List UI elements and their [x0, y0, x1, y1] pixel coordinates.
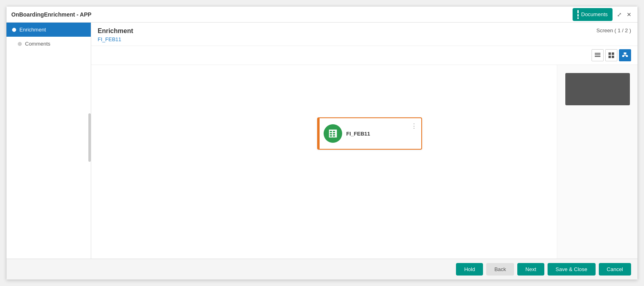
sidebar-dot-comments: [18, 42, 22, 46]
grid-view-icon: [608, 52, 614, 58]
expand-button[interactable]: ⤢: [616, 11, 623, 18]
svg-rect-7: [624, 52, 626, 54]
preview-thumbnail: [565, 73, 630, 105]
hierarchy-view-icon: [622, 52, 628, 58]
svg-rect-11: [626, 55, 628, 57]
close-button[interactable]: ✕: [625, 11, 633, 18]
svg-rect-6: [612, 56, 614, 58]
svg-rect-5: [608, 56, 611, 58]
list-view-button[interactable]: [592, 49, 604, 61]
sidebar-item-comments[interactable]: Comments: [6, 37, 91, 51]
title-bar-right: Documents ⤢ ✕: [573, 8, 633, 21]
hierarchy-view-button[interactable]: [619, 49, 631, 61]
documents-button[interactable]: Documents: [573, 8, 613, 21]
app-window: OnBoardingEnrichment - APP Documents ⤢ ✕…: [6, 6, 638, 280]
entity-card[interactable]: FI_FEB11 ⋮: [317, 117, 422, 150]
svg-rect-4: [612, 52, 614, 55]
right-panel-preview: [557, 65, 638, 259]
main-content: Enrichment Comments Enrichment FI_FEB11 …: [6, 23, 638, 259]
sidebar-scroll-area: [6, 51, 91, 259]
back-button[interactable]: Back: [486, 263, 514, 276]
building-icon: [328, 128, 338, 139]
canvas-area: FI_FEB11 ⋮: [91, 65, 638, 259]
content-title: Enrichment: [98, 27, 133, 35]
svg-rect-3: [608, 52, 611, 55]
footer: Hold Back Next Save & Close Cancel: [6, 259, 638, 280]
svg-rect-0: [595, 53, 600, 54]
app-title: OnBoardingEnrichment - APP: [11, 11, 92, 18]
sidebar-item-enrichment[interactable]: Enrichment: [6, 23, 91, 37]
cancel-button[interactable]: Cancel: [599, 263, 631, 276]
next-button[interactable]: Next: [517, 263, 544, 276]
content-header-left: Enrichment FI_FEB11: [98, 27, 133, 42]
hold-button[interactable]: Hold: [456, 263, 483, 276]
sidebar-scrollbar[interactable]: [88, 113, 91, 162]
content-header: Enrichment FI_FEB11 Screen ( 1 / 2 ): [91, 23, 638, 46]
sidebar-item-enrichment-label: Enrichment: [19, 27, 46, 33]
sidebar-dot-enrichment: [12, 28, 16, 32]
entity-icon: [324, 124, 342, 143]
view-controls: [91, 46, 638, 65]
window-controls: ⤢ ✕: [616, 11, 633, 18]
title-bar: OnBoardingEnrichment - APP Documents ⤢ ✕: [6, 6, 638, 23]
svg-rect-10: [622, 55, 624, 57]
entity-menu-icon[interactable]: ⋮: [411, 121, 417, 130]
sidebar: Enrichment Comments: [6, 23, 91, 259]
sidebar-item-comments-label: Comments: [25, 41, 50, 47]
content-subtitle[interactable]: FI_FEB11: [98, 36, 133, 42]
documents-label: Documents: [581, 11, 608, 17]
list-view-icon: [595, 52, 600, 58]
svg-rect-2: [595, 56, 600, 57]
screen-counter: Screen ( 1 / 2 ): [596, 27, 631, 33]
grid-view-button[interactable]: [605, 49, 617, 61]
entity-name: FI_FEB11: [346, 131, 407, 137]
save-close-button[interactable]: Save & Close: [548, 263, 596, 276]
documents-icon: [577, 10, 579, 19]
svg-rect-1: [595, 54, 600, 55]
content-area: Enrichment FI_FEB11 Screen ( 1 / 2 ): [91, 23, 638, 259]
